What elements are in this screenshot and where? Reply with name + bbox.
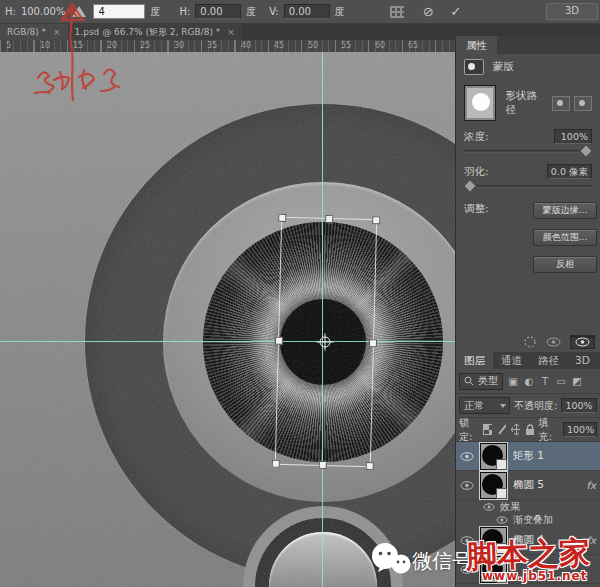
effects-label: 效果 (500, 500, 520, 514)
layer-row-ellipse-5[interactable]: 椭圆 5 fx (456, 471, 600, 500)
layer-thumbnail[interactable] (480, 443, 507, 470)
layer-filter-dropdown[interactable]: 类型 (459, 373, 503, 390)
layer-name[interactable]: 椭圆 5 (513, 478, 544, 492)
ruler-label: 20 (107, 41, 117, 50)
layer-fx-badge[interactable]: fx (587, 535, 596, 546)
layer-fx-badge[interactable]: fx (587, 480, 596, 491)
transform-handle-top[interactable] (325, 215, 333, 223)
doc-tab-1[interactable]: RGB/8) * × (0, 24, 68, 40)
ruler-label: 45 (274, 41, 284, 50)
adjust-label: 调整: (464, 202, 489, 216)
v-skew-input[interactable]: 0.00 (284, 4, 330, 19)
transform-options-bar: H: 100.00% 4 度 H: 0.00 度 V: 0.00 度 ⊘ ✓ 3… (0, 0, 600, 24)
ruler-label: 50 (308, 41, 318, 50)
blend-mode-select[interactable]: 正常 (459, 397, 510, 414)
fill-value[interactable]: 100% (563, 422, 597, 437)
tab-channels[interactable]: 通道 (493, 352, 530, 369)
transform-handle-left[interactable] (275, 337, 283, 345)
lock-position-icon[interactable] (511, 424, 520, 435)
density-label: 浓度: (464, 130, 489, 144)
tab-paths[interactable]: 路径 (530, 352, 567, 369)
layer-row-rectangle-1[interactable]: 矩形 1 (456, 442, 600, 471)
rotate-angle-input[interactable]: 4 (93, 4, 145, 19)
shape-mask-thumbnail[interactable] (464, 85, 496, 121)
layer-thumbnail[interactable] (480, 556, 507, 583)
feather-slider[interactable] (464, 185, 592, 188)
feather-value[interactable]: 0.0 像素 (547, 164, 592, 179)
layer-visibility-eye-icon[interactable] (460, 452, 474, 461)
filter-type-label: 类型 (478, 374, 498, 388)
lock-all-icon[interactable] (525, 424, 533, 436)
layer-row-ellipse-4[interactable]: 椭圆 4 fx (456, 526, 600, 555)
mask-eye-icon[interactable] (546, 337, 561, 347)
layer-visibility-eye-icon[interactable] (460, 481, 474, 490)
effects-row[interactable]: 效果 (456, 500, 600, 513)
mask-enable-toggle[interactable] (570, 335, 595, 349)
transform-handle-top-right[interactable] (372, 216, 380, 224)
doc-tab-2-close-icon[interactable]: × (227, 24, 235, 40)
density-slider[interactable] (464, 150, 592, 153)
layer-visibility-eye-icon[interactable] (460, 536, 474, 545)
right-panel: 属性 蒙版 形状路径 浓度: 100% 羽化: 0.0 像素 (455, 36, 600, 587)
ruler-label: 10 (40, 41, 50, 50)
layer-name[interactable]: 矩形 1 (513, 449, 544, 463)
interpolation-icon[interactable] (390, 6, 404, 18)
tab-3d[interactable]: 3D (567, 352, 598, 369)
density-value[interactable]: 100% (554, 129, 592, 144)
filter-pixel-icon[interactable]: ▣ (507, 376, 519, 387)
filter-adjustment-icon[interactable]: ◐ (523, 376, 535, 387)
ruler-label: 35 (207, 41, 217, 50)
opacity-label: 不透明度: (514, 399, 557, 413)
add-vector-mask-icon[interactable] (574, 96, 592, 111)
gradient-overlay-label: 渐变叠加 (513, 513, 553, 527)
layer-visibility-eye-icon[interactable] (460, 565, 474, 574)
invert-button[interactable]: 反相 (533, 256, 597, 273)
transform-handle-right[interactable] (369, 339, 377, 347)
layers-panel-body: 类型 ▣ ◐ T ▭ ◩ 正常 不透明度: 100% 锁定: (456, 369, 600, 587)
transform-handle-bottom-left[interactable] (272, 460, 280, 468)
h-skew-input[interactable]: 0.00 (195, 4, 241, 19)
tab-properties[interactable]: 属性 (456, 36, 497, 54)
ruler-label: 30 (174, 41, 184, 50)
add-pixel-mask-icon[interactable] (552, 96, 570, 111)
lock-transparency-icon[interactable] (483, 424, 492, 435)
color-range-button[interactable]: 颜色范围... (533, 229, 597, 246)
transform-handle-bottom-right[interactable] (366, 462, 374, 470)
h-scale-value[interactable]: 100.00% (21, 6, 66, 17)
document-canvas[interactable] (0, 52, 455, 587)
degree-unit: 度 (150, 5, 160, 19)
doc-tab-1-close-icon[interactable]: × (53, 24, 61, 40)
layer-thumbnail[interactable] (480, 472, 507, 499)
properties-panel-header: 属性 (456, 36, 600, 54)
layer-name[interactable]: 椭圆 4 (513, 533, 544, 547)
filter-smartobj-icon[interactable]: ◩ (571, 376, 583, 387)
load-selection-icon[interactable] (523, 335, 537, 349)
layer-thumbnail[interactable] (480, 527, 507, 554)
transform-handle-bottom[interactable] (319, 461, 327, 469)
mask-edge-button[interactable]: 蒙版边缘... (533, 202, 597, 219)
fill-label: 填充: (539, 416, 558, 444)
v-skew-label: V: (269, 6, 278, 17)
mask-label: 蒙版 (493, 60, 514, 74)
opacity-value[interactable]: 100% (561, 398, 596, 413)
ruler-label: 40 (241, 41, 251, 50)
commit-transform-button[interactable]: ✓ (445, 2, 468, 22)
transform-reference-point[interactable] (320, 337, 331, 348)
workspace-3d-button[interactable]: 3D (546, 3, 598, 20)
filter-shape-icon[interactable]: ▭ (555, 376, 567, 387)
ruler-label: 25 (140, 41, 150, 50)
effect-eye-icon[interactable] (483, 503, 495, 511)
h-scale-label: H: (5, 6, 16, 17)
lock-pixels-icon[interactable] (497, 424, 506, 435)
effect-eye-icon[interactable] (496, 516, 508, 524)
cancel-transform-button[interactable]: ⊘ (417, 2, 440, 22)
layer-row-partial[interactable] (456, 555, 600, 584)
filter-type-icon[interactable]: T (539, 376, 551, 387)
horizontal-guide[interactable] (0, 341, 455, 342)
doc-tab-2-title: 1.psd @ 66.7% (矩形 2, RGB/8) * (75, 24, 221, 40)
ruler-label: 55 (341, 41, 351, 50)
tab-layers[interactable]: 图层 (456, 352, 493, 369)
transform-handle-top-left[interactable] (278, 214, 286, 222)
doc-tab-2[interactable]: 1.psd @ 66.7% (矩形 2, RGB/8) * × (68, 24, 242, 40)
gradient-overlay-row[interactable]: 渐变叠加 (456, 513, 600, 526)
